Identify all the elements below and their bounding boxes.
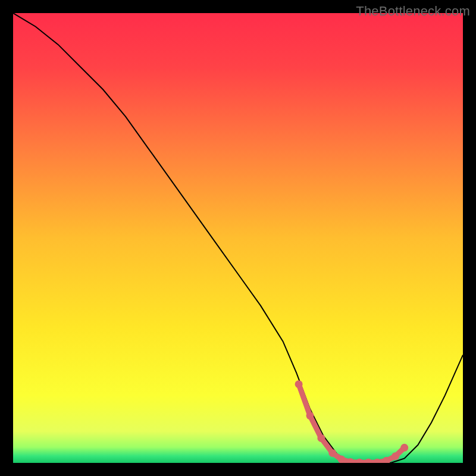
highlight-dot (392, 452, 399, 460)
highlight-dot (337, 456, 345, 464)
highlight-dot (400, 444, 408, 452)
gradient-background (13, 13, 463, 463)
chart-svg (13, 13, 463, 463)
highlight-dot (306, 412, 314, 419)
highlight-dot (317, 434, 325, 442)
watermark-text: TheBottleneck.com (356, 4, 470, 19)
chart-container: TheBottleneck.com (0, 0, 476, 476)
plot-area (13, 13, 463, 463)
highlight-dot (295, 380, 303, 388)
highlight-dot (328, 449, 336, 457)
